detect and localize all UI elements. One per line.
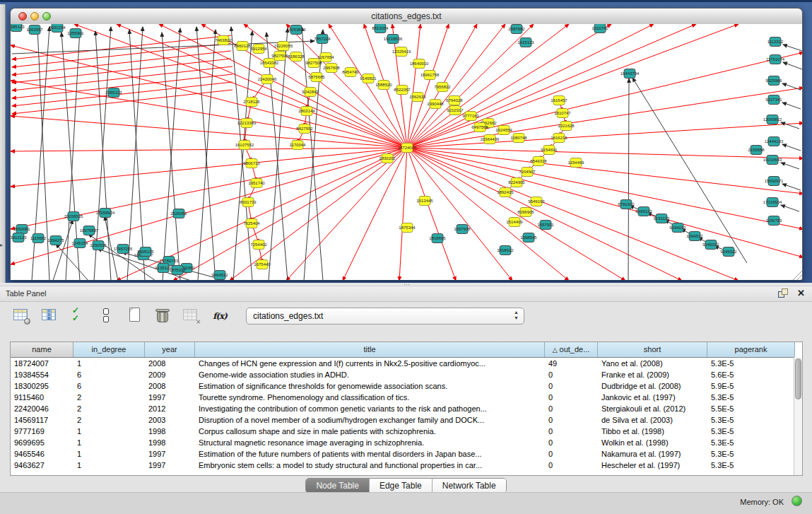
graph-node-selected[interactable]: 22420046 bbox=[258, 75, 277, 84]
graph-node[interactable]: 6791912 bbox=[618, 200, 635, 209]
graph-node-selected[interactable]: 8224905 bbox=[508, 178, 525, 187]
citation-edge[interactable] bbox=[783, 62, 802, 69]
tab-network-table[interactable]: Network Table bbox=[433, 479, 506, 493]
graph-node-selected[interactable]: 1616457 bbox=[551, 96, 567, 105]
graph-node-selected[interactable]: 2718126 bbox=[243, 98, 260, 107]
graph-node[interactable]: 2687682 bbox=[508, 25, 525, 34]
graph-node[interactable]: 10210643 bbox=[763, 156, 782, 165]
citation-edge[interactable] bbox=[407, 148, 803, 158]
float-panel-icon[interactable] bbox=[778, 288, 788, 298]
delete-table-icon[interactable] bbox=[182, 308, 201, 325]
column-header-short[interactable]: short bbox=[598, 342, 707, 357]
citation-edge[interactable] bbox=[56, 244, 88, 280]
table-row[interactable]: 946554611997Estimation of the future num… bbox=[11, 448, 802, 460]
graph-node-selected[interactable]: 1616216 bbox=[551, 134, 567, 143]
table-cell[interactable]: 5.3E-5 bbox=[707, 358, 795, 369]
graph-node[interactable]: 16443794 bbox=[620, 69, 640, 78]
table-cell[interactable]: Genome-wide association studies in ADHD. bbox=[195, 369, 545, 380]
table-cell[interactable]: Estimation of significance thresholds fo… bbox=[195, 380, 545, 392]
graph-node[interactable]: 17016504 bbox=[763, 198, 782, 207]
citation-edge[interactable] bbox=[407, 24, 739, 148]
graph-node[interactable]: 2159588 bbox=[748, 146, 765, 155]
memory-status-indicator[interactable] bbox=[792, 496, 802, 506]
citation-edge[interactable] bbox=[407, 24, 420, 148]
table-cell[interactable]: 2008 bbox=[145, 380, 195, 392]
table-cell[interactable]: 5.3E-5 bbox=[707, 460, 795, 471]
table-cell[interactable]: Changes of HCN gene expression and I(f) … bbox=[195, 358, 545, 369]
table-cell[interactable]: 1997 bbox=[145, 448, 195, 460]
graph-node[interactable]: 1657931 bbox=[537, 221, 554, 230]
citation-edge[interactable] bbox=[11, 148, 407, 187]
close-panel-icon[interactable]: ✕ bbox=[797, 288, 805, 298]
table-cell[interactable]: Franke et al. (2009) bbox=[598, 369, 707, 380]
table-row[interactable]: 1456911722003Disruption of a novel membe… bbox=[11, 414, 802, 426]
graph-node-selected[interactable]: 9242843 bbox=[302, 88, 319, 97]
graph-node-selected[interactable]: 8549318 bbox=[530, 157, 547, 166]
graph-node-selected[interactable]: 1675440 bbox=[254, 260, 271, 269]
citation-edge[interactable] bbox=[407, 24, 534, 148]
table-cell[interactable]: de Silva et al. (2003) bbox=[598, 414, 707, 426]
citation-edge[interactable] bbox=[407, 123, 803, 148]
table-cell[interactable]: 9699695 bbox=[11, 437, 73, 448]
table-cell[interactable]: 9777169 bbox=[11, 426, 73, 437]
citation-edge[interactable] bbox=[53, 220, 73, 280]
graph-node[interactable]: 12093822 bbox=[763, 115, 782, 124]
graph-node[interactable]: 19218506 bbox=[384, 35, 403, 44]
graph-node[interactable]: 1818612 bbox=[497, 246, 514, 255]
network-canvas[interactable]: 1872400774638228660128591295423226055982… bbox=[11, 24, 803, 280]
table-selector-dropdown[interactable]: citations_edges.txt ▲▼ bbox=[246, 308, 524, 325]
table-cell[interactable]: 9463627 bbox=[11, 460, 73, 471]
graph-node-selected[interactable]: 7625404 bbox=[243, 219, 260, 228]
select-rows-icon[interactable] bbox=[69, 308, 88, 325]
table-cell[interactable]: 9465546 bbox=[11, 448, 73, 460]
graph-node-selected[interactable]: 9146821 bbox=[360, 74, 377, 83]
graph-node[interactable]: 2055123 bbox=[105, 88, 122, 98]
table-cell[interactable]: 5.3E-5 bbox=[707, 392, 795, 403]
graph-node-selected[interactable]: 16107552 bbox=[235, 141, 254, 150]
table-cell[interactable]: 0 bbox=[545, 426, 598, 437]
graph-node[interactable]: 2526052 bbox=[170, 209, 187, 218]
table-cell[interactable]: 1998 bbox=[145, 426, 195, 437]
graph-node-selected[interactable]: 1875344 bbox=[399, 223, 416, 233]
table-cell[interactable]: 2009 bbox=[145, 369, 195, 380]
table-cell[interactable]: 5.9E-5 bbox=[707, 380, 795, 392]
citation-edge[interactable] bbox=[407, 148, 803, 257]
table-cell[interactable]: 2 bbox=[73, 392, 145, 403]
graph-node-selected[interactable]: 7254402 bbox=[250, 240, 267, 250]
graph-node-selected[interactable]: 7955822 bbox=[434, 83, 451, 92]
graph-node[interactable]: 9227341 bbox=[765, 95, 782, 105]
citation-edge[interactable] bbox=[782, 83, 801, 90]
citation-edge[interactable] bbox=[783, 45, 802, 51]
graph-node[interactable]: 12444133 bbox=[765, 137, 784, 146]
citation-edge[interactable] bbox=[129, 30, 145, 280]
graph-node-selected[interactable]: 1990448 bbox=[427, 100, 444, 109]
graph-node[interactable]: 17957255 bbox=[114, 245, 133, 254]
row-height-icon[interactable] bbox=[98, 308, 116, 325]
table-cell[interactable]: 0 bbox=[545, 460, 598, 471]
citation-edge[interactable] bbox=[782, 103, 801, 109]
table-cell[interactable]: 0 bbox=[545, 448, 598, 460]
graph-node[interactable]: 1115682 bbox=[30, 234, 47, 243]
table-cell[interactable]: Embryonic stem cells: a model to study s… bbox=[195, 460, 545, 471]
graph-node-selected[interactable]: 9210317 bbox=[447, 106, 464, 115]
table-cell[interactable]: 5.5E-5 bbox=[707, 403, 795, 414]
new-document-icon[interactable] bbox=[126, 308, 144, 325]
citation-edge[interactable] bbox=[117, 24, 407, 148]
graph-node[interactable]: 1615123 bbox=[517, 38, 534, 47]
table-cell[interactable]: 6 bbox=[73, 380, 145, 392]
citation-edge[interactable] bbox=[781, 163, 799, 169]
graph-node[interactable]: 1818695 bbox=[429, 234, 446, 243]
citation-edge[interactable] bbox=[407, 148, 739, 280]
trash-icon[interactable] bbox=[154, 308, 172, 325]
graph-node-selected[interactable]: 1951740 bbox=[248, 179, 265, 188]
graph-node[interactable]: 1112312 bbox=[767, 37, 784, 47]
graph-node-selected[interactable]: 8660128 bbox=[234, 42, 251, 51]
table-cell[interactable]: 2008 bbox=[145, 358, 195, 369]
graph-node-selected[interactable]: 1170044 bbox=[290, 141, 307, 150]
table-row[interactable]: 1938455462009Genome-wide association stu… bbox=[11, 369, 802, 380]
graph-node-selected[interactable]: 5912954 bbox=[250, 45, 267, 54]
function-builder-icon[interactable] bbox=[211, 308, 229, 325]
graph-node[interactable]: 1145154 bbox=[72, 239, 89, 248]
table-cell[interactable]: 6 bbox=[73, 369, 145, 380]
table-row[interactable]: 2242004622012Investigating the contribut… bbox=[11, 403, 802, 414]
